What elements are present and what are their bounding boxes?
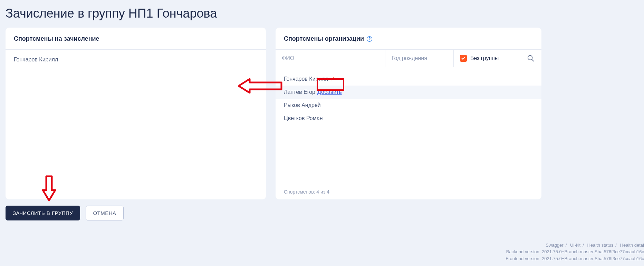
help-icon[interactable]: ?: [367, 36, 372, 42]
enrollment-list: Гончаров Кирилл: [6, 50, 266, 70]
footer-links-row: Swagger/ UI-kit/ Health status/ Health d…: [506, 242, 644, 249]
panels-container: Спортсмены на зачисление Гончаров Кирилл…: [0, 28, 644, 199]
athlete-name: Гончаров Кирилл: [284, 76, 328, 82]
athlete-name: Рыков Андрей: [284, 102, 321, 108]
enrollment-item[interactable]: Гончаров Кирилл: [14, 57, 258, 63]
add-link[interactable]: Добавить: [317, 89, 342, 95]
no-group-filter[interactable]: Без группы: [454, 50, 520, 67]
footer-info: Swagger/ UI-kit/ Health status/ Health d…: [506, 242, 644, 262]
health-detail-link[interactable]: Health detai: [620, 243, 644, 248]
backend-version: Backend version: 2021.75.0+Branch.master…: [506, 248, 644, 255]
enroll-button[interactable]: ЗАЧИСЛИТЬ В ГРУППУ: [6, 206, 80, 220]
athlete-row[interactable]: Гончаров Кирилл ✓: [276, 72, 541, 86]
athlete-name: Лаптев Егор: [284, 89, 315, 95]
search-button[interactable]: [520, 50, 541, 67]
swagger-link[interactable]: Swagger: [546, 243, 563, 248]
page-title: Зачисление в группу НП1 Гончарова: [0, 0, 644, 28]
panel-organization: Спортсмены организации ? Без группы: [276, 28, 541, 199]
fio-input[interactable]: [276, 50, 385, 67]
panel-enrollment-body: Гончаров Кирилл: [6, 50, 266, 199]
panel-organization-title: Спортсмены организации: [284, 35, 364, 42]
panel-enrollment-title: Спортсмены на зачисление: [14, 35, 99, 42]
actions-row: ЗАЧИСЛИТЬ В ГРУППУ ОТМЕНА: [0, 199, 644, 227]
athlete-row[interactable]: Цветков Роман: [276, 112, 541, 125]
frontend-version: Frontend version: 2021.75.0+Branch.maste…: [506, 255, 644, 262]
check-icon: ✓: [330, 76, 335, 82]
athlete-list: Гончаров Кирилл ✓ Лаптев Егор Добавить Р…: [276, 67, 541, 184]
uikit-link[interactable]: UI-kit: [570, 243, 580, 248]
panel-organization-body: Без группы Гончаров Кирилл ✓ Лаптев Егор…: [276, 50, 541, 199]
panel-enrollment: Спортсмены на зачисление Гончаров Кирилл: [6, 28, 266, 199]
athlete-row[interactable]: Лаптев Егор Добавить: [276, 86, 541, 99]
checkbox-checked-icon: [460, 55, 467, 62]
svg-line-1: [532, 59, 534, 61]
birth-year-input[interactable]: [385, 50, 454, 67]
health-status-link[interactable]: Health status: [587, 243, 613, 248]
athlete-name: Цветков Роман: [284, 115, 323, 121]
athlete-count: Спортсменов: 4 из 4: [276, 184, 541, 199]
cancel-button[interactable]: ОТМЕНА: [86, 206, 123, 220]
athlete-row[interactable]: Рыков Андрей: [276, 99, 541, 112]
panel-organization-header: Спортсмены организации ?: [276, 28, 541, 50]
panel-enrollment-header: Спортсмены на зачисление: [6, 28, 266, 50]
filter-row: Без группы: [276, 50, 541, 67]
no-group-label: Без группы: [470, 55, 499, 61]
search-icon: [527, 55, 535, 62]
